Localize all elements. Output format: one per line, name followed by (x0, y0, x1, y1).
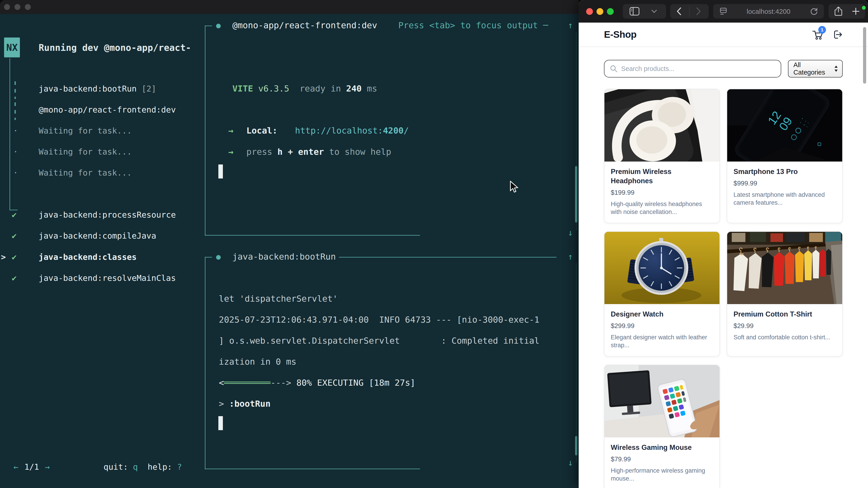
product-card[interactable]: Premium Cotton T-Shirt $29.99 Soft and c… (727, 231, 843, 357)
product-description: Soft and comfortable cotton t-shirt... (734, 333, 836, 341)
task-spinner-icon (14, 81, 16, 99)
category-select[interactable]: All Categories (788, 60, 843, 77)
log-line: ization in 0 ms (219, 357, 296, 367)
help-label: help: (138, 462, 172, 471)
reload-icon[interactable] (810, 7, 818, 15)
address-bar[interactable]: localhost:4200 (713, 4, 824, 19)
product-name: Wireless Gaming Mouse (611, 443, 713, 452)
share-icon[interactable] (834, 6, 842, 16)
waiting-task-row: Waiting for task... (39, 168, 132, 177)
filters-row: Search products... All Categories (604, 60, 843, 77)
search-icon (610, 65, 618, 72)
terminal-cursor (218, 416, 223, 430)
terminal-title: Running dev @mono-app/react- (39, 42, 191, 53)
product-card[interactable]: Designer Watch $299.99 Elegant designer … (604, 231, 720, 357)
local-url-link[interactable]: http://localhost:4200/ (295, 126, 409, 135)
pane-header-rule (339, 257, 557, 258)
scroll-down-icon[interactable]: ↓ (568, 228, 573, 238)
window-zoom-icon[interactable] (607, 8, 614, 15)
chevron-down-icon[interactable] (651, 9, 657, 13)
pager-left-arrow-icon[interactable]: ← (13, 462, 19, 471)
pane1-scrollbar-thumb[interactable] (575, 166, 577, 223)
product-card[interactable]: Premium Wireless Headphones $199.99 High… (604, 89, 720, 223)
product-card-body: Premium Wireless Headphones $199.99 High… (604, 162, 719, 223)
window-minimize-icon[interactable] (14, 4, 20, 10)
screen: NX Running dev @mono-app/react- java-bac… (0, 0, 868, 488)
sidebar-icon[interactable] (629, 7, 640, 15)
vite-name: VITE (232, 84, 253, 94)
quit-label: quit: (103, 462, 128, 471)
product-image-smartphone: 12 09 (727, 89, 842, 162)
pane2-scrollbar-track[interactable] (576, 263, 577, 462)
browser-toolbar: localhost:4200 (579, 0, 868, 23)
terminal-titlebar[interactable] (0, 0, 579, 14)
vite-ready-line: VITE v6.3.5 ready in 240 ms (232, 84, 377, 94)
product-image-tshirts (727, 232, 842, 304)
product-name: Designer Watch (611, 310, 713, 319)
product-card[interactable]: Wireless Gaming Mouse $79.99 High-perfor… (604, 365, 720, 488)
scroll-up-icon[interactable]: ↑ (568, 20, 573, 30)
product-description: Elegant designer watch with leather stra… (611, 333, 713, 349)
pane2-title: java-backend:bootRun (232, 252, 336, 262)
page-scrollbar-thumb[interactable] (863, 27, 866, 84)
product-price: $299.99 (611, 322, 713, 330)
progress-bar: ═════════ (224, 378, 271, 388)
back-icon[interactable] (677, 7, 682, 15)
cart-badge: 1 (818, 26, 826, 34)
window-close-icon[interactable] (4, 4, 10, 10)
pane-border (205, 257, 212, 258)
search-input[interactable]: Search products... (604, 60, 781, 77)
ready-prefix: ready in (289, 84, 346, 94)
log-line: ] o.s.web.servlet.DispatcherServlet : Co… (219, 336, 539, 346)
pane-bullet-icon: ● (216, 21, 221, 30)
window-close-icon[interactable] (586, 8, 593, 15)
nav-button-group (670, 4, 709, 19)
product-card-body: Wireless Gaming Mouse $79.99 High-perfor… (604, 437, 719, 488)
queued-task-row: java-backend:bootRun [2] (39, 84, 156, 93)
pane1-focus-hint: Press <tab> to focus output ─ (398, 20, 548, 30)
log-line: 2025-07-23T12:06:43.971-04:00 INFO 64733… (219, 315, 539, 325)
product-card[interactable]: 12 09 Smartphone 13 Pro $999.99 (727, 89, 843, 223)
window-zoom-icon[interactable] (25, 4, 31, 10)
prompt-arrow-icon: → (228, 147, 234, 157)
url-text[interactable]: localhost:4200 (713, 8, 824, 15)
eshop-header: E-Shop 1 (579, 23, 868, 47)
pane-border (205, 26, 206, 236)
logout-button[interactable] (832, 30, 843, 39)
mouse-cursor (509, 181, 520, 193)
product-card-body: Smartphone 13 Pro $999.99 Latest smartph… (727, 162, 842, 214)
window-minimize-icon[interactable] (596, 8, 603, 15)
new-tab-icon[interactable] (852, 7, 860, 15)
waiting-task-row: Waiting for task... (39, 147, 132, 156)
product-description: High-quality wireless headphones with no… (611, 200, 713, 216)
product-grid: Premium Wireless Headphones $199.99 High… (604, 89, 843, 488)
cart-button[interactable]: 1 (812, 29, 823, 40)
terminal-cursor (218, 164, 223, 178)
toolbar-actions-group (829, 4, 865, 19)
pane2-scrollbar-thumb[interactable] (575, 436, 577, 455)
waiting-bullet: · (13, 168, 18, 177)
completed-task-row: java-backend:processResource (39, 210, 176, 219)
queued-task-row: @mono-app/react-frontend:dev (39, 105, 176, 114)
task-spinner-icon (14, 102, 16, 120)
pane-border (205, 257, 206, 469)
forward-icon[interactable] (696, 7, 701, 15)
divider (689, 6, 690, 17)
check-icon: ✔ (12, 210, 17, 219)
task-label: java-backend:bootRun (39, 84, 142, 93)
select-stepper-icon (834, 65, 839, 73)
check-icon: ✔ (12, 252, 17, 262)
check-icon: ✔ (12, 273, 17, 283)
scroll-up-icon[interactable]: ↑ (568, 252, 573, 262)
pager-right-arrow-icon[interactable]: → (45, 462, 50, 471)
help-hint-line: press h + enter to show help (246, 147, 391, 157)
search-placeholder: Search products... (621, 65, 674, 72)
waiting-bullet: · (13, 126, 18, 135)
product-price: $999.99 (734, 180, 836, 187)
nx-logo: NX (4, 37, 20, 57)
scroll-down-icon[interactable]: ↓ (568, 458, 573, 468)
completed-task-row-active: java-backend:classes (39, 252, 136, 262)
product-image-headphones (604, 89, 719, 162)
waiting-task-row: Waiting for task... (39, 126, 132, 135)
completed-task-row: java-backend:compileJava (39, 231, 156, 240)
